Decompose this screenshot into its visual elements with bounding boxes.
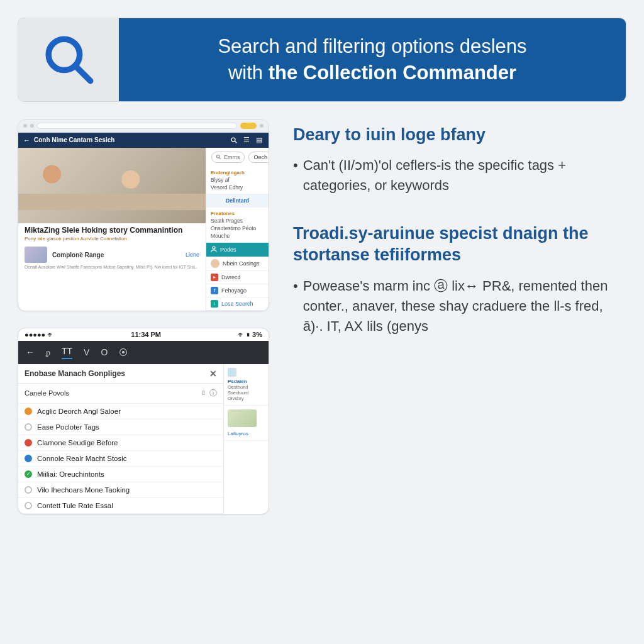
bullet-icon <box>25 423 32 431</box>
bullet-icon <box>25 455 32 462</box>
section-title: Troadi.sy-aruinue specist dnaign the sto… <box>293 223 626 266</box>
window-dot <box>260 124 264 128</box>
title-banner: Search and filtering options deslens wit… <box>18 18 626 102</box>
square-icon: f <box>211 287 218 294</box>
list-item-label: Miiliai: Oreuchintonts <box>37 470 104 478</box>
side-item-label: Lose Seorch <box>221 301 253 307</box>
banner-line2-bold: the Collection Commander <box>269 62 516 84</box>
info-icon[interactable]: ⓘ <box>209 388 217 399</box>
list-header[interactable]: Canele Povols ⫾ ⓘ <box>18 384 223 404</box>
side-line[interactable]: Seatk Prages <box>211 218 264 224</box>
app-header: ← Conh Nime Cantarn Sesich ☰ ▤ <box>18 133 269 148</box>
side-card[interactable]: Lattuyros <box>224 406 269 441</box>
browser-pill <box>240 123 257 129</box>
section-bullet: Powease's marm inc ⓐ lix↔ PR&, remented … <box>293 276 626 336</box>
list-item[interactable]: Viło Ihechoars Mone Taoking <box>18 482 223 498</box>
section-1: Deary to iuin loge bfany Can't (II/ɔm)'o… <box>293 125 626 196</box>
address-bar[interactable] <box>37 123 237 129</box>
section-bullet: Can't (II/ɔm)'ol ceflers-is the specific… <box>293 155 626 196</box>
desktop-preview: ← Conh Nime Cantarn Sesich ☰ ▤ MiktaZing… <box>18 119 269 311</box>
panel-title: Enobase Manach Gonpliges <box>25 369 125 378</box>
side-item[interactable]: ▸ Dwrecd <box>206 271 269 284</box>
list-item[interactable]: Acglic Deorch Angl Saloer <box>18 404 223 419</box>
svg-line-5 <box>219 158 221 159</box>
article-title: MiktaZing Slele Hoking story Commanintio… <box>25 226 199 235</box>
filter-btn[interactable]: Oech <box>248 152 270 163</box>
tab-item[interactable]: V <box>84 347 89 357</box>
svg-point-6 <box>213 247 215 249</box>
list-item[interactable]: Contett Tule Rate Essal <box>18 498 223 514</box>
window-dot <box>23 124 27 128</box>
svg-point-2 <box>231 138 235 142</box>
user-icon[interactable]: ☰ <box>242 136 251 145</box>
mobile-preview: ●●●●● ᯤ 11:34 PM ᯤ ▮ 3% ← ᵱ TT V O ⦿ Eno… <box>18 328 269 514</box>
app-title: Conh Nime Cantarn Sesich <box>34 136 114 143</box>
banner-line2-prefix: with <box>228 62 269 84</box>
chart-icon[interactable]: ⫾ <box>202 388 206 399</box>
search-icon <box>39 30 99 89</box>
list-header-label: Canele Povols <box>25 389 69 397</box>
list-item[interactable]: Miiliai: Oreuchintonts <box>18 467 223 482</box>
article-small-text: Denait Aosolare Wwf Shatfe Fanecsons Mot… <box>25 265 199 270</box>
browser-chrome <box>18 120 269 133</box>
side-search[interactable]: Emms <box>211 152 245 163</box>
section-title: Deary to iuin loge bfany <box>293 125 626 146</box>
thumbnail <box>25 247 47 263</box>
tab-item[interactable]: O <box>101 347 108 357</box>
mobile-status-bar: ●●●●● ᯤ 11:34 PM ᯤ ▮ 3% <box>18 328 269 341</box>
download-button[interactable]: Dellntard <box>206 194 269 208</box>
square-icon: ↓ <box>211 300 218 308</box>
search-icon[interactable] <box>230 136 238 145</box>
list-item-label: Connole Realr Macht Stosic <box>37 455 127 462</box>
side-user-label: Nbein Cosings <box>223 260 260 267</box>
tab-item[interactable]: ⦿ <box>119 347 128 357</box>
bullet-text: Powease's marm inc ⓐ lix↔ PR&, remented … <box>303 276 626 336</box>
list-item[interactable]: Clamone Seudige Before <box>18 435 223 451</box>
tab-item-active[interactable]: TT <box>62 346 72 359</box>
bullet-icon <box>25 470 32 478</box>
tab-back[interactable]: ← <box>26 347 35 357</box>
side-group-head: Endengingarh <box>211 170 264 175</box>
side-card-icon <box>228 368 236 377</box>
list-item[interactable]: Connole Realr Macht Stosic <box>18 451 223 467</box>
tab-item[interactable]: ᵱ <box>46 347 50 358</box>
desktop-sidebar: Emms Oech Endengingarh Blysy af Vesord E… <box>206 148 269 311</box>
side-line[interactable]: Blysy af <box>211 177 264 183</box>
bullet-icon <box>25 502 32 509</box>
close-icon[interactable]: ✕ <box>209 369 217 379</box>
side-item-label: Fehoyago <box>221 287 247 294</box>
side-pill[interactable]: Podes <box>206 243 269 257</box>
svg-line-3 <box>235 141 237 143</box>
window-dot <box>30 124 34 128</box>
side-line[interactable]: Mouche <box>211 233 264 239</box>
back-icon[interactable]: ← <box>23 136 30 144</box>
side-search-placeholder: Emms <box>224 154 240 160</box>
side-card-link[interactable]: Lattuyros <box>228 431 265 436</box>
bullet-icon <box>25 439 32 447</box>
side-line[interactable]: Vesord Edhry <box>211 184 264 191</box>
side-card[interactable]: Psdaien Oestbond Ssectuont Oivsbry <box>224 364 269 406</box>
square-icon: ▸ <box>211 274 218 281</box>
banner-line1: Search and filtering options deslens <box>218 35 526 57</box>
side-item[interactable]: f Fehoyago <box>206 284 269 297</box>
side-pill-label: Podes <box>220 247 236 253</box>
side-line[interactable]: Onsotestimo Péoto <box>211 225 264 231</box>
side-item-last[interactable]: ↓ Lose Seorch <box>206 297 269 311</box>
user-icon <box>210 245 218 254</box>
list-item-label: Contett Tule Rate Essal <box>37 502 113 509</box>
menu-icon[interactable]: ▤ <box>255 136 264 145</box>
row-more-link[interactable]: Liene <box>186 252 199 258</box>
list-item-label: Acglic Deorch Angl Saloer <box>37 408 121 415</box>
side-card-thumb <box>228 409 257 427</box>
side-card-head: Psdaien <box>228 379 247 384</box>
bullet-text: Can't (II/ɔm)'ol ceflers-is the specific… <box>303 155 626 196</box>
list-item[interactable]: Ease Pocloter Tags <box>18 419 223 435</box>
list-item-label: Viło Ihechoars Mone Taoking <box>37 486 130 494</box>
side-user[interactable]: Nbein Cosings <box>206 257 269 271</box>
mobile-side-panel: Psdaien Oestbond Ssectuont Oivsbry Lattu… <box>223 364 269 514</box>
section-2: Troadi.sy-aruinue specist dnaign the sto… <box>293 223 626 336</box>
status-time: 11:34 PM <box>131 331 161 338</box>
status-dots: ●●●●● ᯤ <box>25 331 54 338</box>
list-item-label: Clamone Seudige Before <box>37 439 118 447</box>
side-group-head: Freatones <box>211 211 264 216</box>
